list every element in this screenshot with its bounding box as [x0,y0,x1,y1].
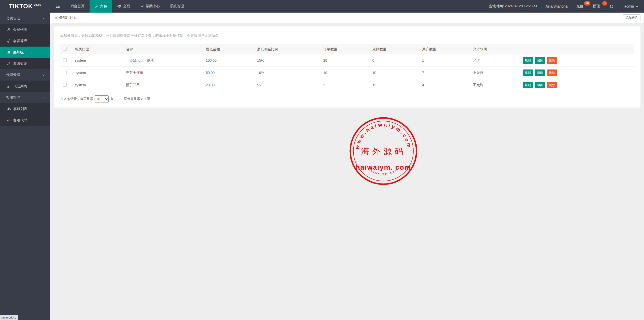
page-size-select[interactable]: 20 [95,95,109,102]
row-checkbox-cell [60,79,72,91]
sidebar-item-agent-management[interactable]: 代理管理 [0,69,50,81]
stamp-bottom-text: haiwaiym.com [368,168,399,175]
sidebar-item-member-list[interactable]: 会员列表 [0,24,50,35]
sidebar-item-label: 代理列表 [13,84,27,89]
row-actions: 规则编辑删除 [520,79,634,91]
nav-item-system-management[interactable]: 系统管理 [165,0,189,13]
table-row: system新手三单20.005%3154不允许规则编辑删除 [60,79,634,91]
table-column-header: 所属代理 [72,44,123,54]
nav-item-label: 交易 [123,4,130,9]
nav-item-dashboard[interactable]: 后台首页 [65,0,90,13]
row-delete-button[interactable]: 删除 [547,57,557,64]
double-arrow-icon: » [55,15,57,20]
cell-name: 新手三单 [123,79,203,91]
cell-name: 一步登天二十绝杀 [123,54,203,67]
sidebar-item-support-code[interactable]: 客服代码 [0,115,50,126]
cell-orders: 20 [321,54,370,67]
withdraw-label: 提现 [593,4,600,9]
nav-item-help-center[interactable]: 帮助中心 [135,0,165,13]
sidebar-item-invite-reward[interactable]: 邀请奖励 [0,58,50,69]
cell-rules: 10 [370,67,420,79]
nav-item-label: 系统管理 [170,4,184,9]
add-group-button[interactable]: 添加分组 [623,14,640,21]
select-all-checkbox[interactable] [63,47,67,51]
cell-min_amount: 20.00 [203,79,255,91]
sidebar-item-label: 邀请奖励 [13,61,27,66]
table-column-header: 最低金额 [203,44,255,54]
cell-loop: 不允许 [470,79,520,91]
sidebar-item-support-management[interactable]: 客服管理 [0,92,50,103]
sidebar-item-agent-list[interactable]: 代理列表 [0,81,50,92]
cell-orders: 3 [321,79,370,91]
sidebar-item-stack-group[interactable]: 叠加组 [0,47,50,58]
link-icon [7,62,11,66]
row-rules-button[interactable]: 规则 [523,57,533,64]
nav-item-trade[interactable]: 交易 [112,0,135,13]
link-icon [7,39,11,43]
table-row: system一步登天二十绝杀100.0015%2001允许规则编辑删除 [60,54,634,67]
breadcrumb: » 叠加组列表 添加分组 [50,13,644,23]
sidebar-item-support-list[interactable]: 客服列表 [0,103,50,115]
menu-fold-icon-glyph [56,4,60,9]
row-checkbox[interactable] [63,71,67,74]
row-delete-button[interactable]: 删除 [547,82,557,88]
refresh-button[interactable] [606,0,618,13]
withdraw-button[interactable]: 提现 5 [589,0,606,13]
nav-item-roles[interactable]: 角色 [90,0,112,13]
sidebar-menu: 会员管理会员列表会员等级叠加组邀请奖励代理管理代理列表客服管理客服列表客服代码 [0,13,50,126]
table-column-header: 订单数量 [321,44,370,54]
recharge-button[interactable]: 充值 96 [572,0,589,13]
stamp-center-text: 海外源码 [361,146,406,156]
row-edit-button[interactable]: 编辑 [535,57,545,64]
cell-min_commission: 5% [255,79,321,91]
row-delete-button[interactable]: 删除 [547,69,557,76]
row-rules-button[interactable]: 规则 [523,82,533,88]
groups-table: 所属代理名称最低金额最低佣金比例订单数量规则数量用户数量允许轮回 system一… [60,44,634,91]
sidebar-item-member-level[interactable]: 会员等级 [0,35,50,47]
row-actions: 规则编辑删除 [520,54,634,67]
sidebar-item-member-management[interactable]: 会员管理 [0,13,50,24]
chevron-down-icon [42,17,45,20]
page-title: 叠加组列表 [59,15,77,20]
pagination-suffix: 条，共 1 页当前显示第 1 页。 [110,97,153,101]
row-checkbox[interactable] [63,83,67,87]
row-rules-button[interactable]: 规则 [523,69,533,76]
cell-name: 养客十连单 [123,67,203,79]
chevron-up-icon [635,5,639,8]
user-menu[interactable]: admin [618,0,644,13]
cell-loop: 允许 [470,54,520,67]
app-version: V9.99 [33,4,41,6]
nav-item-label: 后台首页 [70,4,85,9]
pagination-prefix: 共 3 条记录，每页显示 [60,97,93,101]
sidebar-item-label: 客服列表 [13,107,27,111]
nav-item-label: 帮助中心 [146,4,160,9]
chevron-down-icon [42,96,45,99]
table-column-header: 规则数量 [370,44,420,54]
table-column-header: 用户数量 [420,44,470,54]
table-header-row: 所属代理名称最低金额最低佣金比例订单数量规则数量用户数量允许轮回 [60,44,634,54]
stamp-outer-circle [350,118,416,184]
table-column-header: 允许轮回 [470,44,520,54]
cell-users: 7 [420,67,470,79]
users-icon [7,107,11,111]
pagination: 共 3 条记录，每页显示 20 条，共 1 页当前显示第 1 页。 [60,95,634,102]
cell-min_commission: 15% [255,54,321,67]
cell-orders: 10 [321,67,370,79]
menu-fold-icon[interactable] [50,0,65,13]
row-edit-button[interactable]: 编辑 [535,69,545,76]
table-column-header: 名称 [123,44,203,54]
table-header-checkbox-cell [60,44,72,54]
table-column-header: 最低佣金比例 [255,44,321,54]
flag-icon [140,4,144,8]
table-column-header-actions [520,44,634,54]
sidebar-item-label: 会员列表 [13,27,27,32]
username: admin [624,4,634,8]
status-bar: javascript:; [0,315,18,320]
app-logo: TIKTOKV9.99 [0,0,50,13]
row-checkbox[interactable] [63,58,67,62]
local-time: 当地时间: 2024-07-29 12:29:41 [485,0,542,13]
sidebar-item-label: 会员等级 [13,39,27,43]
cell-loop: 不允许 [470,67,520,79]
user-icon [95,4,99,8]
row-edit-button[interactable]: 编辑 [535,82,545,88]
